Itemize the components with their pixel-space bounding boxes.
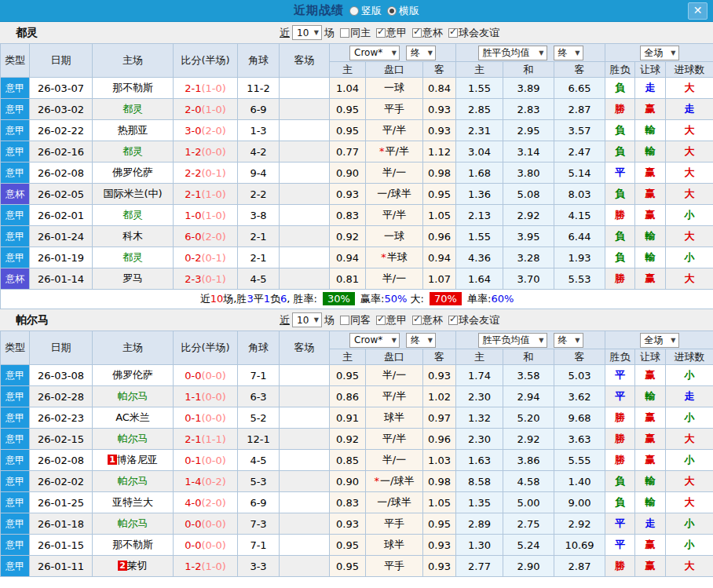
team-name: AC米兰 bbox=[115, 411, 150, 423]
team-name: 都灵 bbox=[122, 251, 143, 263]
serie-a-checkbox[interactable] bbox=[376, 28, 386, 38]
col-header-result: 胜负 bbox=[605, 349, 635, 365]
match-count-select[interactable]: 10▼ bbox=[292, 25, 322, 40]
fulltime-select[interactable]: 全场▼ bbox=[640, 333, 679, 348]
bookmaker-select[interactable]: Crow*▼ bbox=[349, 333, 400, 348]
match-date: 26-02-08 bbox=[30, 163, 93, 184]
serie-a-label: 意甲 bbox=[386, 313, 407, 327]
match-row: 意甲 26-02-28 帕尔马 1-1(0-0) 6-3 0.86 平/半 1.… bbox=[1, 386, 713, 407]
league-type-badge: 意甲 bbox=[1, 163, 30, 184]
result-goals: 大 bbox=[666, 163, 713, 184]
games-label: 场 bbox=[324, 313, 335, 327]
league-type-badge: 意杯 bbox=[1, 184, 30, 205]
home-odds: 0.83 bbox=[330, 492, 366, 513]
result-handicap: 走 bbox=[635, 78, 666, 99]
match-count-value: 10 bbox=[297, 27, 309, 38]
away-odds: 0.93 bbox=[423, 556, 456, 577]
bookmaker-select[interactable]: Crow*▼ bbox=[349, 46, 400, 60]
avg-home-odds: 3.04 bbox=[456, 141, 503, 163]
final-odds-select[interactable]: 终▼ bbox=[406, 46, 436, 60]
coppa-checkbox[interactable] bbox=[412, 28, 422, 38]
halftime-score: (0-1) bbox=[201, 167, 225, 179]
home-odds: 1.04 bbox=[330, 78, 366, 99]
away-odds: 0.95 bbox=[423, 513, 456, 535]
score-cell: 0-1(0-0) bbox=[174, 450, 238, 471]
score-cell: 0-0(0-0) bbox=[174, 513, 238, 535]
avg-draw-odds: 2.92 bbox=[503, 205, 554, 226]
away-odds: 0.93 bbox=[423, 99, 456, 120]
same-venue-checkbox[interactable] bbox=[340, 316, 349, 325]
final-avg-select[interactable]: 终▼ bbox=[554, 333, 583, 348]
score-value: 1-2 bbox=[185, 561, 201, 572]
halftime-score: (0-2) bbox=[201, 476, 225, 488]
halftime-score: (2-0) bbox=[201, 125, 225, 137]
score-cell: 2-1(1-1) bbox=[174, 429, 238, 450]
league-type-badge: 意甲 bbox=[1, 471, 30, 492]
col-header-away: 客场 bbox=[280, 44, 330, 78]
fulltime-select[interactable]: 全场▼ bbox=[640, 46, 679, 60]
wdl-avg-select[interactable]: 胜平负均值▼ bbox=[478, 333, 547, 348]
result-goals: 小 bbox=[666, 365, 713, 386]
radio-icon[interactable] bbox=[349, 6, 359, 16]
chevron-down-icon: ▼ bbox=[539, 49, 543, 57]
halftime-score: (1-1) bbox=[201, 433, 225, 445]
match-row: 意甲 26-01-15 那不勒斯 0-0(0-0) 7-1 0.95 球半 0.… bbox=[1, 535, 713, 556]
same-venue-label: 同客 bbox=[350, 313, 371, 327]
handicap-line: 半/一 bbox=[366, 365, 423, 386]
wdl-avg-value: 胜平负均值 bbox=[483, 334, 530, 347]
avg-away-odds: 5.03 bbox=[554, 365, 605, 386]
result-handicap: 赢 bbox=[635, 99, 666, 120]
home-team-cell: AC米兰 bbox=[93, 407, 174, 429]
games-label: 场 bbox=[324, 26, 335, 40]
coppa-checkbox[interactable] bbox=[412, 316, 422, 325]
result-handicap: 赢 bbox=[635, 429, 666, 450]
results-table: 类型 日期 主场 比分(半场) 角球 客场 Crow*▼ 终▼ 胜平负均 bbox=[0, 331, 713, 577]
bookmaker-value: Crow* bbox=[354, 47, 382, 58]
corner-stat: 12-1 bbox=[238, 429, 280, 450]
result-outcome: 負 bbox=[605, 78, 635, 99]
radio-icon[interactable] bbox=[387, 6, 397, 16]
avg-home-odds: 2.77 bbox=[456, 556, 503, 577]
chevron-down-icon: ▼ bbox=[314, 29, 319, 36]
same-venue-checkbox[interactable] bbox=[340, 28, 349, 38]
serie-a-checkbox[interactable] bbox=[376, 316, 386, 325]
col-header-avg-away: 客 bbox=[554, 349, 605, 365]
result-goals: 小 bbox=[666, 513, 713, 535]
wdl-avg-select[interactable]: 胜平负均值▼ bbox=[478, 46, 547, 60]
final-odds-select[interactable]: 终▼ bbox=[406, 333, 436, 348]
score-value: 0-0 bbox=[185, 539, 201, 551]
avg-draw-odds: 3.95 bbox=[503, 226, 554, 247]
close-button[interactable]: ✕ bbox=[688, 2, 708, 20]
avg-draw-odds: 5.20 bbox=[503, 407, 554, 429]
home-team-cell: 都灵 bbox=[93, 99, 174, 120]
stats-summary: 近10场,胜3平1负6, 胜率: 30% 赢率:50% 大: 70% 单率:60… bbox=[1, 290, 713, 309]
halftime-score: (1-0) bbox=[201, 104, 225, 115]
match-date: 26-03-02 bbox=[30, 99, 93, 120]
match-count-value: 10 bbox=[297, 315, 309, 326]
avg-home-odds: 1.35 bbox=[456, 492, 503, 513]
avg-group-header: 胜平负均值▼ 终▼ bbox=[456, 331, 605, 349]
friendly-checkbox[interactable] bbox=[448, 316, 458, 325]
avg-home-odds: 2.30 bbox=[456, 386, 503, 407]
final-avg-select[interactable]: 终▼ bbox=[554, 46, 583, 60]
result-goals: 大 bbox=[666, 141, 713, 163]
col-header-avg-draw: 和 bbox=[503, 349, 554, 365]
score-value: 2-1 bbox=[185, 82, 201, 94]
friendly-checkbox[interactable] bbox=[448, 28, 458, 38]
live-odds-star: * bbox=[375, 475, 380, 487]
corner-stat: 3-3 bbox=[238, 556, 280, 577]
summary-text: 场,胜 bbox=[223, 293, 247, 305]
coppa-label: 意杯 bbox=[422, 26, 443, 40]
layout-vertical-radio[interactable]: 竖版 bbox=[349, 4, 382, 18]
avg-away-odds: 3.63 bbox=[554, 429, 605, 450]
match-count-select[interactable]: 10▼ bbox=[292, 312, 322, 327]
result-outcome: 勝 bbox=[605, 99, 635, 120]
avg-home-odds: 1.32 bbox=[456, 407, 503, 429]
halftime-score: (0-0) bbox=[201, 455, 225, 466]
away-odds: 1.02 bbox=[423, 386, 456, 407]
halftime-score: (0-0) bbox=[201, 518, 225, 530]
avg-away-odds: 1.93 bbox=[554, 247, 605, 268]
layout-horizontal-radio[interactable]: 横版 bbox=[387, 4, 419, 18]
home-odds: 0.85 bbox=[330, 450, 366, 471]
result-goals: 大 bbox=[666, 184, 713, 205]
